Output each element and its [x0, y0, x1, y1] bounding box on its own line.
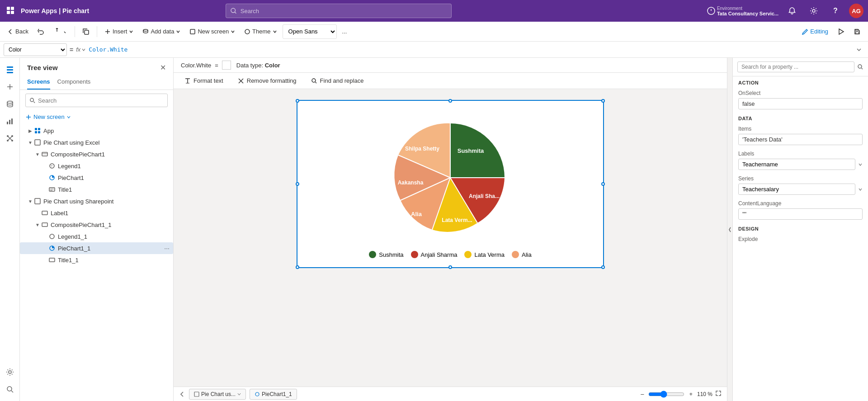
resize-handle-br[interactable] [601, 265, 605, 269]
tree-item-piechart1-1[interactable]: ▶ PieChart1_1 ··· [20, 242, 173, 254]
zoom-in-button[interactable]: + [687, 387, 694, 401]
on-select-row: OnSelect false [733, 87, 868, 112]
sidebar-title: Tree view [27, 64, 58, 71]
tree-item-pie-sharepoint[interactable]: ▼ Pie Chart using Sharepoint [20, 195, 173, 207]
tab-dropdown-icon[interactable] [237, 392, 241, 396]
sidebar-search[interactable] [25, 94, 168, 107]
svg-rect-38 [35, 128, 37, 130]
control-icon-2 [48, 232, 56, 241]
tab-components[interactable]: Components [57, 75, 91, 90]
help-icon[interactable]: ? [827, 3, 844, 19]
resize-handle-tm[interactable] [448, 99, 452, 103]
on-select-value[interactable]: false [738, 98, 863, 109]
svg-rect-48 [49, 188, 55, 191]
new-screen-button[interactable]: New screen [186, 24, 239, 39]
resize-handle-tl[interactable] [296, 99, 299, 103]
search-input[interactable] [241, 8, 447, 14]
copy-button[interactable] [79, 24, 93, 39]
tree-item-app[interactable]: ▶ App [20, 125, 173, 137]
tree-view-icon[interactable] [2, 61, 18, 78]
tree-item-composite1-1[interactable]: ▼ CompositePieChart1_1 [20, 219, 173, 231]
tree-item-legend1-1[interactable]: ▶ Legend1_1 [20, 231, 173, 242]
sidebar-search-input[interactable] [38, 97, 164, 104]
back-button[interactable]: Back [4, 24, 32, 39]
font-select[interactable]: Open Sans [283, 24, 337, 39]
zoom-slider[interactable] [648, 391, 684, 398]
resize-handle-tr[interactable] [601, 99, 605, 103]
pie-chart-svg: Sushmita Anjali Sha... Lata Verm... Alia… [373, 110, 527, 245]
screen-icon-2 [33, 197, 42, 205]
avatar[interactable]: AG [849, 4, 863, 18]
labels-select[interactable]: Teachername [738, 159, 855, 170]
resize-handle-bl[interactable] [296, 265, 299, 269]
remove-formatting-button[interactable]: Remove formatting [234, 75, 300, 86]
tree-item-piechart1[interactable]: ▶ PieChart1 [20, 172, 173, 184]
notifications-icon[interactable] [784, 3, 800, 19]
format-text-button[interactable]: Format text [181, 75, 227, 86]
right-panel: ACTION OnSelect false DATA Items 'Teache… [732, 58, 868, 401]
remove-formatting-label: Remove formatting [247, 77, 297, 84]
control-icon: ? [48, 162, 56, 170]
scroll-left-icon[interactable] [179, 391, 185, 397]
text-icon-2 [41, 209, 49, 217]
analytics-icon[interactable] [2, 113, 18, 129]
items-value[interactable]: 'Teachers Data' [738, 134, 863, 145]
top-bar-right: Environment Tata Consultancy Servic... ?… [707, 3, 863, 19]
screen-tab-label: Pie Chart us... [201, 391, 236, 397]
expand-icon[interactable] [715, 390, 722, 398]
pie-chart-container[interactable]: Sushmita Anjali Sha... Lata Verm... Alia… [297, 100, 604, 268]
formula-input[interactable] [89, 43, 851, 56]
undo-button[interactable] [34, 24, 48, 39]
editing-button[interactable]: Editing [798, 24, 832, 39]
redo-button[interactable] [50, 24, 71, 39]
tree-item-pie-excel[interactable]: ▼ Pie Chart using Excel [20, 137, 173, 148]
tree-item-title1[interactable]: ▶ Title1 [20, 184, 173, 195]
tab-screens[interactable]: Screens [27, 75, 50, 90]
find-replace-button[interactable]: Find and replace [307, 75, 368, 86]
search-bar[interactable] [226, 4, 452, 18]
chevron-down-icon: ▼ [27, 139, 33, 146]
data-icon[interactable] [2, 96, 18, 112]
new-screen-tree-button[interactable]: New screen [20, 111, 173, 123]
svg-line-33 [11, 391, 13, 392]
apps-grid-icon[interactable] [5, 5, 17, 17]
property-search-input[interactable] [737, 61, 854, 72]
resize-handle-mr[interactable] [601, 182, 605, 186]
series-select[interactable]: Teachersalary [738, 184, 855, 195]
tree-item-legend1[interactable]: ▶ ? Legend1 [20, 160, 173, 172]
data-section-header: DATA [733, 112, 868, 123]
settings-icon[interactable] [806, 3, 822, 19]
tree-item-label1[interactable]: ▶ Label1 [20, 207, 173, 219]
panel-collapse-handle[interactable] [727, 58, 732, 401]
sidebar-close-button[interactable]: ✕ [160, 63, 166, 72]
search-rail-icon[interactable] [2, 381, 18, 397]
insert-icon[interactable] [2, 79, 18, 95]
zoom-out-button[interactable]: – [639, 387, 646, 401]
resize-handle-bm[interactable] [448, 265, 452, 269]
theme-button[interactable]: Theme [241, 24, 280, 39]
canvas-scroll-area[interactable]: Sushmita Anjali Sha... Lata Verm... Alia… [174, 89, 727, 398]
save-button[interactable] [850, 24, 864, 39]
insert-button[interactable]: Insert [101, 24, 137, 39]
tree-item-composite1[interactable]: ▼ CompositePieChart1 [20, 148, 173, 160]
more-button[interactable]: ... [339, 24, 351, 39]
property-select[interactable]: Color [4, 43, 67, 56]
screen-tab-button[interactable]: Pie Chart us... [189, 389, 246, 400]
add-data-button[interactable]: Add data [139, 24, 184, 39]
chart-tab-button[interactable]: PieChart1_1 [250, 389, 297, 400]
tree-more-button[interactable]: ··· [164, 245, 170, 252]
label-aakansha: Aakansha [398, 179, 424, 186]
tree-label-label1: Label1 [51, 210, 170, 217]
settings-gear-icon[interactable] [2, 364, 18, 380]
resize-handle-ml[interactable] [296, 182, 299, 186]
tree-item-title1-1[interactable]: ▶ Title1_1 [20, 254, 173, 266]
screen-icon [33, 138, 42, 146]
explode-label: Explode [738, 236, 863, 242]
svg-rect-41 [38, 131, 40, 133]
content-language-value[interactable]: "" [738, 208, 863, 220]
variables-icon[interactable] [2, 130, 18, 146]
chart-icon-2 [48, 244, 56, 252]
svg-rect-53 [42, 223, 47, 226]
preview-button[interactable] [834, 24, 848, 39]
formula-collapse-button[interactable] [854, 44, 864, 55]
